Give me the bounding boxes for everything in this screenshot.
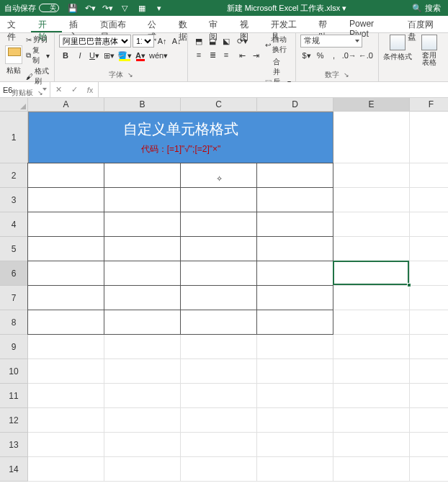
table-format-button[interactable]: 套用 表格 — [415, 35, 444, 66]
cell[interactable] — [257, 408, 333, 433]
col-header-B[interactable]: B — [104, 98, 181, 112]
table-cell[interactable] — [256, 310, 333, 335]
tab-帮助[interactable]: 帮助 — [311, 16, 342, 32]
table-cell[interactable] — [104, 187, 181, 212]
table-cell[interactable] — [27, 285, 104, 310]
underline-button[interactable]: U▾ — [88, 49, 101, 62]
tab-审阅[interactable]: 审阅 — [202, 16, 233, 32]
sheet-area[interactable]: ABCDEF 1234567891011121314 自定义单元格格式代码：[=… — [0, 98, 448, 496]
table-cell[interactable] — [104, 261, 181, 286]
cell[interactable] — [333, 433, 410, 457]
cell[interactable] — [104, 384, 181, 408]
undo-icon[interactable]: ↶▾ — [84, 1, 97, 14]
row-header-12[interactable]: 12 — [0, 408, 28, 433]
dialog-launcher-icon[interactable]: ↘ — [127, 71, 133, 78]
cell[interactable] — [181, 457, 257, 482]
cell[interactable] — [410, 188, 448, 212]
font-color-button[interactable]: A▾ — [134, 49, 147, 62]
tab-百度网盘[interactable]: 百度网盘 — [400, 16, 448, 32]
tab-视图[interactable]: 视图 — [233, 16, 264, 32]
tab-Power Pivot[interactable]: Power Pivot — [342, 16, 400, 32]
table-cell[interactable] — [256, 187, 333, 212]
row-header-9[interactable]: 9 — [0, 335, 28, 359]
align-left-icon[interactable]: ≡ — [192, 48, 205, 61]
row-header-2[interactable]: 2 — [0, 163, 28, 188]
cell[interactable] — [410, 384, 448, 408]
col-header-F[interactable]: F — [410, 98, 448, 112]
qat-more-icon[interactable]: ▾ — [153, 1, 166, 14]
table-cell[interactable] — [180, 163, 257, 188]
cell[interactable] — [28, 359, 104, 384]
cell[interactable] — [333, 212, 410, 237]
autosave[interactable]: 自动保存 关 — [0, 3, 63, 14]
decrease-decimal-icon[interactable]: ←.0 — [358, 49, 374, 62]
increase-indent-icon[interactable]: ⇥ — [249, 49, 262, 62]
cell[interactable] — [333, 261, 410, 286]
cell[interactable] — [410, 457, 448, 482]
tab-插入[interactable]: 插入 — [62, 16, 93, 32]
cell[interactable] — [333, 408, 410, 433]
accounting-icon[interactable]: $▾ — [300, 49, 313, 62]
paste-button[interactable]: 粘贴 — [4, 35, 23, 86]
cell[interactable] — [257, 457, 333, 482]
cell[interactable] — [333, 359, 410, 384]
font-size-select[interactable]: 11 — [133, 35, 154, 48]
italic-button[interactable]: I — [73, 49, 86, 62]
number-format-select[interactable]: 常规 — [300, 35, 362, 48]
cell[interactable] — [257, 335, 333, 359]
decrease-indent-icon[interactable]: ⇤ — [236, 49, 248, 62]
wrap-text-button[interactable]: ↩自动换行 — [265, 35, 291, 55]
table-cell[interactable] — [104, 236, 181, 261]
comma-icon[interactable]: , — [328, 49, 341, 62]
cancel-icon[interactable]: ✕ — [50, 84, 66, 96]
fill-color-button[interactable]: 🪣▾ — [117, 49, 133, 62]
table-cell[interactable] — [180, 285, 257, 310]
cell[interactable] — [410, 359, 448, 384]
row-header-14[interactable]: 14 — [0, 457, 28, 482]
border-button[interactable]: ⊞▾ — [102, 49, 115, 62]
cell[interactable] — [333, 188, 410, 212]
table-cell[interactable] — [256, 163, 333, 188]
table-cell[interactable] — [256, 285, 333, 310]
enter-icon[interactable]: ✓ — [66, 84, 82, 96]
row-header-1[interactable]: 1 — [0, 112, 28, 163]
align-middle-icon[interactable]: ⬓ — [206, 35, 219, 48]
filter-icon[interactable]: ▽ — [118, 1, 131, 14]
cell[interactable] — [257, 384, 333, 408]
align-bottom-icon[interactable]: ⬕ — [220, 35, 233, 48]
table-cell[interactable] — [27, 261, 104, 286]
cell[interactable] — [410, 310, 448, 335]
row-header-4[interactable]: 4 — [0, 212, 28, 237]
table-cell[interactable] — [104, 212, 181, 237]
table-cell[interactable] — [27, 187, 104, 212]
cell[interactable] — [181, 335, 257, 359]
cell[interactable] — [181, 408, 257, 433]
row-header-11[interactable]: 11 — [0, 384, 28, 408]
table-cell[interactable] — [104, 285, 181, 310]
cut-button[interactable]: ✂剪切 — [26, 35, 50, 45]
cell[interactable] — [28, 457, 104, 482]
col-header-D[interactable]: D — [257, 98, 333, 112]
cell[interactable] — [410, 408, 448, 433]
cell[interactable] — [333, 237, 410, 261]
cell[interactable] — [410, 335, 448, 359]
cell[interactable] — [181, 359, 257, 384]
decrease-font-icon[interactable]: A↓ — [170, 35, 183, 48]
select-all-corner[interactable] — [0, 98, 28, 112]
tab-文件[interactable]: 文件 — [0, 16, 31, 32]
row-header-8[interactable]: 8 — [0, 310, 28, 335]
cell[interactable] — [104, 359, 181, 384]
cell[interactable] — [333, 163, 410, 188]
cell[interactable] — [410, 212, 448, 237]
table-cell[interactable] — [104, 163, 181, 188]
cell[interactable] — [104, 457, 181, 482]
cell[interactable] — [181, 384, 257, 408]
orientation-icon[interactable]: ⟳▾ — [236, 35, 248, 48]
table-cell[interactable] — [104, 310, 181, 335]
cell[interactable] — [410, 286, 448, 310]
row-header-13[interactable]: 13 — [0, 433, 28, 457]
align-right-icon[interactable]: ≡ — [220, 48, 233, 61]
cell[interactable] — [333, 335, 410, 359]
col-header-C[interactable]: C — [181, 98, 257, 112]
cell[interactable] — [104, 408, 181, 433]
